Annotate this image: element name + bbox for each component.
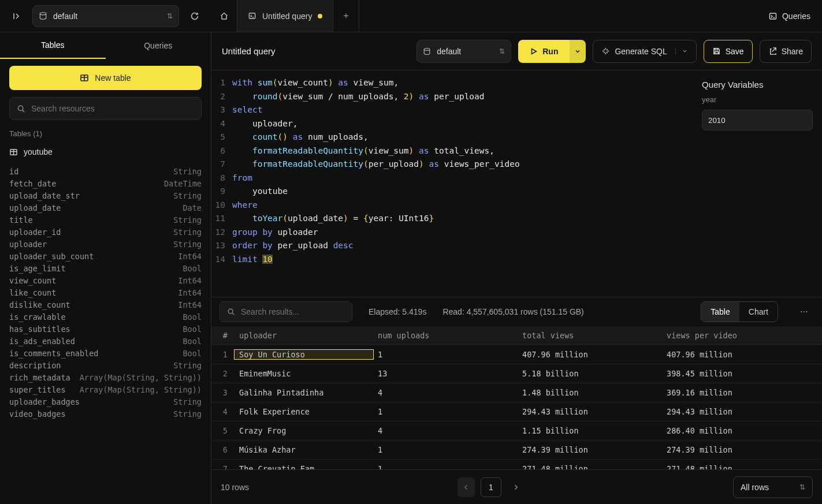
pager-prev[interactable]	[458, 477, 475, 497]
column-type: Bool	[183, 348, 202, 359]
generate-sql-button[interactable]: Generate SQL	[593, 40, 696, 63]
var-label: year	[702, 95, 813, 104]
sidebar-tab-tables-label: Tables	[41, 40, 64, 50]
table-row[interactable]: 4Folk Experience1294.43 million294.43 mi…	[211, 402, 822, 421]
queries-link[interactable]: Queries	[768, 12, 810, 21]
column-row[interactable]: upload_dateDate	[9, 202, 202, 214]
search-icon	[17, 104, 25, 113]
code-text: youtube	[232, 185, 288, 199]
results-more-button[interactable]: ⋯	[794, 302, 814, 322]
col-views-per-video: views_per_video	[662, 331, 813, 340]
cell-total-views: 294.43 million	[518, 407, 662, 416]
content: Untitled query default ⇅ Run Generate SQ…	[211, 32, 822, 504]
var-input-year[interactable]	[702, 110, 813, 130]
sql-editor[interactable]: 1with sum(view_count) as view_sum,2 roun…	[211, 70, 693, 297]
line-number: 2	[211, 90, 232, 104]
results-search-input[interactable]	[241, 307, 345, 316]
column-row[interactable]: uploaderString	[9, 238, 202, 250]
column-type: String	[173, 408, 202, 420]
generate-sql-label: Generate SQL	[615, 47, 667, 56]
results-search[interactable]	[220, 301, 352, 322]
query-variables-title: Query Variables	[702, 80, 813, 89]
save-label: Save	[726, 47, 744, 56]
database-select[interactable]: default ⇅	[32, 5, 179, 27]
line-number: 8	[211, 171, 232, 185]
column-type: String	[173, 214, 202, 226]
column-row[interactable]: super_titlesArray(Map(String, String))	[9, 384, 202, 395]
table-row[interactable]: 3Galinha Pintadinha41.48 billion369.16 m…	[211, 383, 822, 402]
column-row[interactable]: has_subtitlesBool	[9, 323, 202, 335]
pager-next[interactable]	[507, 477, 525, 497]
sidebar-tab-queries[interactable]: Queries	[106, 32, 211, 59]
sidebar-search-input[interactable]	[31, 104, 194, 113]
column-row[interactable]: uploader_badgesString	[9, 396, 202, 408]
line-number: 13	[211, 239, 232, 253]
column-row[interactable]: is_age_limitBool	[9, 263, 202, 274]
database-icon	[39, 12, 47, 20]
cell-idx: 7	[211, 464, 235, 469]
column-row[interactable]: dislike_countInt64	[9, 299, 202, 311]
table-row[interactable]: 2EminemMusic135.18 billion398.45 million	[211, 364, 822, 383]
table-row[interactable]: 6Músika Azhar1274.39 million274.39 milli…	[211, 440, 822, 460]
column-name: is_crawlable	[9, 311, 66, 323]
column-row[interactable]: upload_date_strString	[9, 190, 202, 201]
pager-page[interactable]: 1	[481, 477, 501, 497]
share-button[interactable]: Share	[760, 40, 812, 63]
rows-per-page-select[interactable]: All rows ⇅	[733, 476, 813, 498]
main: Tables Queries New table Tables (1) yout…	[0, 32, 822, 504]
code-line: 2 round(view_sum / num_uploads, 2) as pe…	[211, 90, 693, 104]
column-row[interactable]: idString	[9, 166, 202, 177]
cell-uploader: Soy Un Curioso	[235, 350, 373, 359]
column-type: String	[173, 238, 202, 250]
column-row[interactable]: is_comments_enabledBool	[9, 348, 202, 359]
column-row[interactable]: view_countInt64	[9, 275, 202, 286]
column-row[interactable]: fetch_dateDateTime	[9, 178, 202, 189]
table-row[interactable]: 1Soy Un Curioso1407.96 million407.96 mil…	[211, 345, 822, 364]
column-type: Bool	[183, 263, 202, 274]
table-item[interactable]: youtube	[9, 145, 202, 159]
cell-uploader: Músika Azhar	[235, 445, 373, 454]
tab-home[interactable]	[211, 0, 237, 32]
col-total-views: total_views	[518, 331, 662, 340]
run-dropdown[interactable]	[570, 40, 586, 63]
column-row[interactable]: is_crawlableBool	[9, 311, 202, 323]
column-type: Array(Map(String, String))	[80, 384, 202, 395]
code-text: formatReadableQuantity(per_upload) as vi…	[232, 158, 520, 171]
sidebar-search[interactable]	[9, 97, 202, 120]
table-row[interactable]: 7The Crevatin Fam1271.48 million271.48 m…	[211, 460, 822, 469]
unsaved-dot-icon	[318, 14, 322, 18]
column-row[interactable]: like_countInt64	[9, 287, 202, 298]
refresh-button[interactable]	[185, 6, 204, 26]
sidebar-collapse-button[interactable]	[7, 6, 27, 26]
tab-query[interactable]: Untitled query	[237, 0, 333, 32]
new-table-button[interactable]: New table	[9, 66, 202, 90]
cell-num-uploads: 4	[373, 426, 518, 435]
save-button[interactable]: Save	[704, 40, 753, 63]
view-table-button[interactable]: Table	[701, 302, 739, 322]
svg-point-7	[228, 309, 233, 313]
tables-header: Tables (1)	[9, 129, 202, 138]
run-button[interactable]: Run	[518, 40, 570, 63]
cell-idx: 1	[211, 350, 235, 359]
column-row[interactable]: uploader_idString	[9, 226, 202, 238]
column-row[interactable]: descriptionString	[9, 360, 202, 371]
toolbar-database-select[interactable]: default ⇅	[416, 40, 511, 63]
column-row[interactable]: video_badgesString	[9, 408, 202, 420]
chevron-left-icon	[463, 484, 470, 491]
column-row[interactable]: is_ads_enabledBool	[9, 335, 202, 347]
column-row[interactable]: uploader_sub_countInt64	[9, 251, 202, 262]
code-line: 13order by per_upload desc	[211, 239, 693, 253]
column-row[interactable]: rich_metadataArray(Map(String, String))	[9, 372, 202, 383]
code-text: group by uploader	[232, 226, 318, 240]
cell-views-per-video: 294.43 million	[662, 407, 813, 416]
column-row[interactable]: titleString	[9, 214, 202, 226]
cell-idx: 2	[211, 369, 235, 378]
sidebar-tab-tables[interactable]: Tables	[0, 32, 106, 59]
code-text: count() as num_uploads,	[232, 130, 369, 144]
tab-new[interactable]: ＋	[333, 0, 359, 32]
table-row[interactable]: 5Crazy Frog41.15 billion286.40 million	[211, 421, 822, 440]
view-chart-button[interactable]: Chart	[739, 302, 778, 322]
columns-list: idStringfetch_dateDateTimeupload_date_st…	[9, 166, 202, 420]
code-text: order by per_upload desc	[232, 239, 354, 253]
code-text: where	[232, 199, 258, 212]
